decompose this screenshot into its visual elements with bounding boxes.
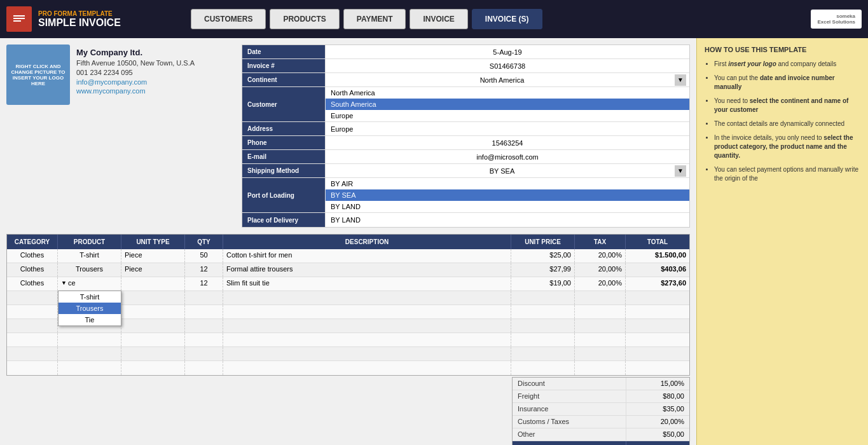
td-category-2[interactable]: Clothes xyxy=(7,263,58,277)
summary-row-customs: Customs / Taxes 20,00% xyxy=(513,416,689,428)
td-tax-2[interactable]: 20,00% xyxy=(575,263,626,277)
header-text-block: PRO FORMA TEMPLATE SIMPLE INVOICE xyxy=(38,10,121,29)
company-address: Fifth Avenue 10500, New Town, U.S.A xyxy=(76,59,235,67)
td-qty-3[interactable]: 12 xyxy=(185,277,223,291)
td-unit-1[interactable]: Piece xyxy=(121,249,185,263)
port-by-land-option[interactable]: BY LAND xyxy=(326,201,689,212)
td-qty-2[interactable]: 12 xyxy=(185,263,223,277)
continent-dropdown-arrow[interactable]: ▼ xyxy=(675,74,686,86)
table-row xyxy=(7,347,689,361)
app-title: SIMPLE INVOICE xyxy=(38,17,121,29)
td-product-2[interactable]: Trousers xyxy=(58,263,121,277)
nav-customers-button[interactable]: CUSTOMERS xyxy=(191,9,266,29)
product-option-tshirt[interactable]: T-shirt xyxy=(59,291,121,303)
invoice-num-label: Invoice # xyxy=(242,59,325,72)
summary-row-freight: Freight $80,00 xyxy=(513,390,689,403)
company-email[interactable]: info@mycompany.com xyxy=(76,78,235,86)
td-category-1[interactable]: Clothes xyxy=(7,249,58,263)
company-details: My Company ltd. Fifth Avenue 10500, New … xyxy=(76,44,235,228)
customer-north-america: North America xyxy=(331,89,375,97)
company-email-link[interactable]: info@mycompany.com xyxy=(76,78,147,86)
td-total-3[interactable]: $273,60 xyxy=(626,277,689,291)
table-row xyxy=(7,333,689,347)
td-product-3[interactable]: ▼ ce T-shirt Trousers Tie xyxy=(58,277,121,291)
customer-south-america-option[interactable]: South America xyxy=(326,99,689,110)
header-icon xyxy=(6,6,32,32)
company-website-link[interactable]: www.mycompany.com xyxy=(76,87,146,95)
product-option-tie[interactable]: Tie xyxy=(59,314,121,325)
address-value[interactable]: Europe xyxy=(325,122,689,135)
delivery-label: Place of Delivery xyxy=(242,213,325,227)
th-qty: QTY xyxy=(185,235,223,249)
td-uprice-3[interactable]: $19,00 xyxy=(511,277,575,291)
td-unit-2[interactable]: Piece xyxy=(121,263,185,277)
td-tax-1[interactable]: 20,00% xyxy=(575,249,626,263)
date-label: Date xyxy=(242,45,325,58)
other-value[interactable]: $50,00 xyxy=(626,428,689,441)
svg-rect-3 xyxy=(13,20,21,22)
company-phone: 001 234 2234 095 xyxy=(76,69,235,76)
nav-invoice-s-button[interactable]: INVOICE (S) xyxy=(472,9,542,29)
summary-section: Discount 15,00% Freight $80,00 Insurance… xyxy=(6,377,690,445)
td-uprice-2[interactable]: $27,99 xyxy=(511,263,575,277)
nav-products-button[interactable]: PRODUCTS xyxy=(270,9,339,29)
th-unit-type: UNIT TYPE xyxy=(121,235,185,249)
td-product-1[interactable]: T-shirt xyxy=(58,249,121,263)
customer-dropdown-trigger[interactable]: North America xyxy=(326,87,689,99)
td-uprice-1[interactable]: $25,00 xyxy=(511,249,575,263)
shipping-value[interactable]: BY SEA ▼ xyxy=(325,164,689,177)
table-row: Clothes T-shirt Piece 50 Cotton t-shirt … xyxy=(7,249,689,263)
help-tips-list: First insert your logo and company detai… xyxy=(705,60,860,183)
td-desc-2[interactable]: Formal attire trousers xyxy=(223,263,511,277)
invoice-num-value[interactable]: S01466738 xyxy=(325,59,689,72)
td-total-1[interactable]: $1.500,00 xyxy=(626,249,689,263)
td-unit-3[interactable] xyxy=(121,277,185,291)
td-product-3-text: ce xyxy=(68,279,76,287)
nav-payment-button[interactable]: PAYMENT xyxy=(343,9,406,29)
discount-value[interactable]: 15,00% xyxy=(626,378,689,390)
customer-value[interactable]: North America South America Europe xyxy=(325,87,689,121)
insurance-value[interactable]: $35,00 xyxy=(626,403,689,415)
summary-total-row: TOTAL $2.450,49 xyxy=(513,441,689,445)
continent-value[interactable]: North America ▼ xyxy=(325,73,689,86)
help-tip-1: First insert your logo and company detai… xyxy=(714,60,860,69)
svg-rect-2 xyxy=(13,18,25,19)
td-total-2[interactable]: $403,06 xyxy=(626,263,689,277)
shipping-dropdown-arrow[interactable]: ▼ xyxy=(675,165,686,177)
customs-value[interactable]: 20,00% xyxy=(626,416,689,428)
help-tip-4: The contact details are dynamically conn… xyxy=(714,120,860,128)
phone-label: Phone xyxy=(242,136,325,149)
port-by-air-option[interactable]: BY AIR xyxy=(326,178,689,189)
brand-subtitle: Excel Solutions xyxy=(817,19,855,25)
nav-invoice-button[interactable]: INVOICE xyxy=(410,9,467,29)
td-tax-3[interactable]: 20,00% xyxy=(575,277,626,291)
date-value[interactable]: 5-Aug-19 xyxy=(325,45,689,58)
form-row-delivery: Place of Delivery BY LAND xyxy=(242,213,689,227)
port-value[interactable]: BY AIR BY SEA BY LAND xyxy=(325,178,689,212)
product-dropdown-icon[interactable]: ▼ xyxy=(61,280,67,286)
summary-row-discount: Discount 15,00% xyxy=(513,378,689,390)
company-name: My Company ltd. xyxy=(76,48,235,57)
delivery-value[interactable]: BY LAND xyxy=(325,213,689,227)
td-desc-1[interactable]: Cotton t-shirt for men xyxy=(223,249,511,263)
company-logo-box[interactable]: RIGHT CLICK AND CHANGE PICTURE TO INSERT… xyxy=(6,44,70,105)
td-desc-3[interactable]: Slim fit suit tie xyxy=(223,277,511,291)
product-option-trousers[interactable]: Trousers xyxy=(59,303,121,314)
port-by-sea-option[interactable]: BY SEA xyxy=(326,189,689,201)
pro-forma-label: PRO FORMA TEMPLATE xyxy=(38,10,121,17)
email-value[interactable]: info@microsoft.com xyxy=(325,150,689,163)
company-website[interactable]: www.mycompany.com xyxy=(76,87,235,95)
customer-europe-option[interactable]: Europe xyxy=(326,110,689,121)
td-qty-1[interactable]: 50 xyxy=(185,249,223,263)
help-tip-5: In the invoice details, you only need to… xyxy=(714,134,860,160)
shipping-label: Shipping Method xyxy=(242,164,325,177)
left-panel: RIGHT CLICK AND CHANGE PICTURE TO INSERT… xyxy=(0,38,696,445)
summary-row-insurance: Insurance $35,00 xyxy=(513,403,689,416)
header: PRO FORMA TEMPLATE SIMPLE INVOICE CUSTOM… xyxy=(0,0,868,38)
freight-value[interactable]: $80,00 xyxy=(626,390,689,402)
shipping-text: BY SEA xyxy=(490,167,515,175)
main-content: RIGHT CLICK AND CHANGE PICTURE TO INSERT… xyxy=(0,38,868,445)
td-category-3[interactable]: Clothes xyxy=(7,277,58,291)
phone-value[interactable]: 15463254 xyxy=(325,136,689,149)
invoice-form-wrapper: Date 5-Aug-19 Invoice # S01466738 Contin… xyxy=(242,44,690,228)
